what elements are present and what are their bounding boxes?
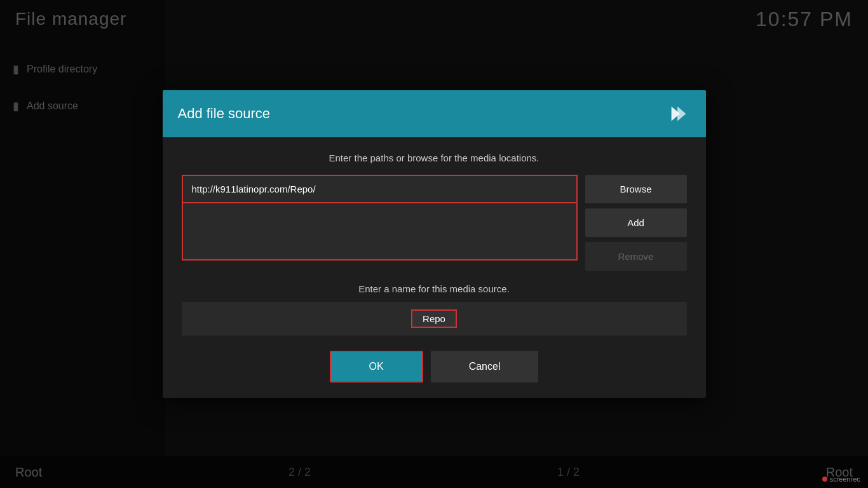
side-buttons: Browse Add Remove [585,175,687,271]
cancel-button[interactable]: Cancel [431,351,539,383]
name-section: Enter a name for this media source. Repo [182,283,687,336]
screenrec-dot [822,477,827,482]
dialog-title: Add file source [178,105,271,122]
action-buttons: OK Cancel [182,351,687,383]
name-value-display[interactable]: Repo [411,309,457,328]
ok-button[interactable]: OK [330,351,423,383]
browse-button[interactable]: Browse [585,175,687,203]
path-section: Browse Add Remove [182,175,687,271]
name-instruction: Enter a name for this media source. [182,283,687,294]
path-instruction: Enter the paths or browse for the media … [182,152,687,163]
add-file-source-dialog: Add file source Enter the paths or brows… [163,90,706,398]
screenrec-badge: screenrec [822,475,860,483]
path-input-container [182,175,578,271]
path-url-input[interactable] [182,175,578,203]
add-button[interactable]: Add [585,208,687,237]
dialog-header: Add file source [163,90,706,137]
screenrec-label: screenrec [830,475,860,483]
name-input-row: Repo [182,302,687,336]
dialog-body: Enter the paths or browse for the media … [163,137,706,398]
dialog-overlay: Add file source Enter the paths or brows… [0,0,868,488]
kodi-logo-icon [667,102,691,126]
path-extra-area[interactable] [182,203,578,261]
remove-button[interactable]: Remove [585,242,687,271]
